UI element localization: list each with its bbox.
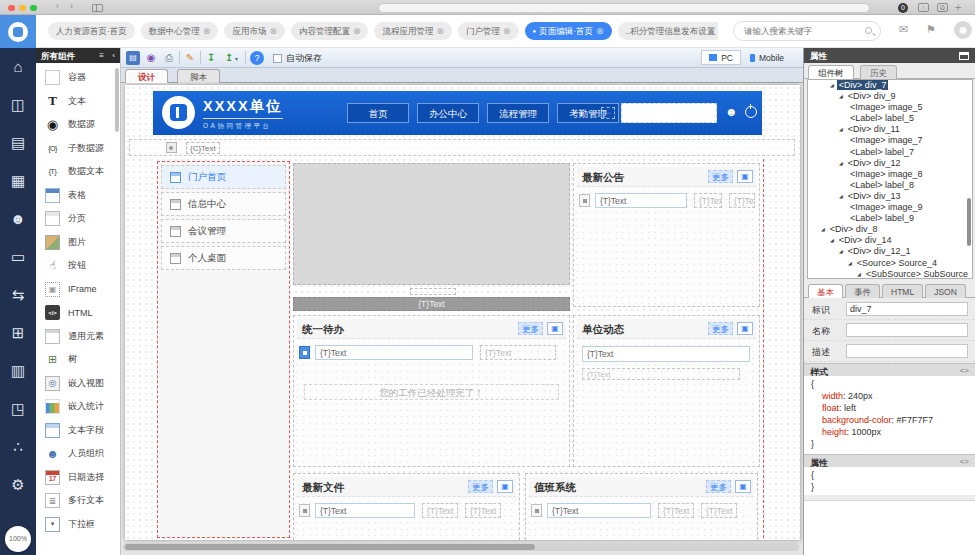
app-tab[interactable]: ●页面编辑·首页⊗ (525, 22, 612, 40)
component-item[interactable]: 文本字段 (36, 419, 116, 443)
site-search-input[interactable] (621, 103, 717, 123)
field-input[interactable] (846, 344, 968, 358)
text-placeholder[interactable]: {T}Text (701, 503, 737, 518)
tree-node[interactable]: ◢<Div> div_12_1 (808, 246, 972, 257)
component-item[interactable]: ⊞树 (36, 348, 116, 372)
banner-text-bar[interactable]: {T}Text (293, 297, 570, 311)
panel-files[interactable]: 最新文件 更多 ▣ {T}Text{T}Text{T}Text (293, 473, 520, 540)
site-nav-item[interactable]: 首页 (347, 103, 409, 123)
components-scrollbar[interactable] (115, 68, 119, 132)
maximize-window-icon[interactable] (30, 5, 37, 12)
text-placeholder[interactable]: {T}Text (465, 503, 501, 518)
search-icon[interactable] (865, 27, 872, 34)
app-tab[interactable]: 数据中心管理⊗ (141, 22, 219, 40)
panel-news[interactable]: 单位动态 更多 ▣ {T}Text {T}Text (573, 315, 760, 467)
print-icon[interactable]: ⎙ (162, 51, 176, 65)
tab-script[interactable]: 脚本 (177, 69, 220, 83)
more-button[interactable]: 更多 (708, 322, 733, 335)
user-location-nav[interactable]: ☻ (0, 200, 36, 238)
sidebar-toggle-icon[interactable] (92, 4, 103, 12)
attrs-section-header[interactable]: 属性 <> (804, 454, 975, 467)
designed-page[interactable]: XXXX单位 OA协同管理平台 首页办公中心流程管理考勤管理 ⋯ ☻ {C}Te… (125, 85, 800, 540)
tree-node[interactable]: ◢<Source> Source_4 (808, 258, 972, 269)
tab-close-icon[interactable]: ⊗ (503, 22, 511, 40)
more-button[interactable]: 更多 (518, 322, 543, 335)
global-search-input[interactable] (744, 23, 854, 39)
code-icon[interactable]: <> (960, 366, 969, 375)
app-tab[interactable]: 内容管理配置⊗ (291, 22, 369, 40)
export-dropdown-icon[interactable]: ▾ (235, 55, 238, 62)
component-item[interactable]: 17日期选择 (36, 466, 116, 490)
video-user-nav[interactable]: ◫ (0, 86, 36, 124)
image-button[interactable]: ▣ (735, 480, 751, 493)
back-icon[interactable]: ‹ (56, 1, 59, 11)
image-button[interactable]: ▣ (737, 170, 753, 183)
tree-node[interactable]: ◢<Div> div_7 (808, 80, 972, 91)
tree-node[interactable]: <Image> image_7 (808, 135, 972, 146)
component-item[interactable]: {T}数据文本 (36, 160, 116, 184)
logout-icon[interactable] (745, 106, 757, 118)
more-button[interactable]: 更多 (708, 170, 733, 183)
panel-duty[interactable]: 值班系统 更多 ▣ {T}Text{T}Text{T}Text (525, 473, 758, 540)
monitor-admin-nav[interactable]: ◳ (0, 390, 36, 428)
field-input[interactable] (846, 323, 968, 337)
text-placeholder[interactable]: {T}Text (547, 503, 651, 518)
share-icon[interactable]: ↑ (918, 3, 929, 12)
collapse-panel-icon[interactable] (959, 52, 969, 60)
site-nav-item[interactable]: 办公中心 (417, 103, 479, 123)
text-placeholder[interactable]: {T}Text (422, 503, 458, 518)
attrs-code[interactable]: {} (804, 467, 975, 495)
org-chart-nav[interactable]: ∴ (0, 428, 36, 466)
text-placeholder[interactable]: {T}Text (595, 193, 687, 208)
message-icon[interactable]: ✉ (899, 23, 908, 36)
design-tools-icon[interactable]: ✎ (183, 51, 197, 65)
component-item[interactable]: ☻人员组织 (36, 442, 116, 466)
text-placeholder[interactable]: {T}Text (315, 503, 415, 518)
component-item[interactable]: {O}子数据源 (36, 137, 116, 161)
banner-image-placeholder[interactable] (293, 163, 570, 285)
notification-icon[interactable]: ⚑ (926, 23, 936, 36)
component-item[interactable]: 图片 (36, 231, 116, 255)
new-tab-icon[interactable]: + (955, 1, 961, 13)
autosave-toggle[interactable]: 自动保存 (273, 52, 322, 65)
device-pc-button[interactable]: PC (701, 50, 741, 65)
tree-node[interactable]: ◢<Div> div_13 (808, 191, 972, 202)
tree-node[interactable]: ◢<SubSource> SubSource_4 (808, 269, 972, 279)
app-tab[interactable]: 人力资源首页·首页 (48, 22, 135, 40)
tab-close-icon[interactable]: ⊗ (203, 22, 211, 40)
device-mobile-button[interactable]: Mobile (743, 50, 791, 65)
app-logo[interactable] (0, 15, 36, 48)
app-tab[interactable]: ..积分管理信息发布设置⊗ (618, 22, 718, 40)
news-nav[interactable]: ▤ (0, 124, 36, 162)
monitor-nav[interactable]: ▭ (0, 238, 36, 276)
component-item[interactable]: ≣多行文本 (36, 489, 116, 513)
more-button[interactable]: 更多 (706, 480, 731, 493)
image-button[interactable]: ▣ (547, 322, 563, 335)
forward-icon[interactable]: › (70, 1, 73, 11)
portal-menu-item[interactable]: 信息中心 (161, 192, 286, 216)
more-button[interactable]: 更多 (468, 480, 493, 493)
announce-row[interactable]: {T}Text{T}Text{T}Text (579, 192, 755, 209)
news-text-placeholder[interactable]: {T}Text (582, 368, 740, 380)
tree-node[interactable]: ◢<Div> div_9 (808, 91, 972, 102)
app-tab[interactable]: 应用市场⊗ (224, 22, 285, 40)
tab-history[interactable]: 历史 (860, 65, 897, 79)
component-item[interactable]: T文本 (36, 90, 116, 114)
detail-tab[interactable]: 基本 (808, 284, 843, 298)
image-button[interactable]: ▣ (497, 480, 513, 493)
canvas-horizontal-scrollbar[interactable] (123, 543, 799, 551)
tree-node[interactable]: <Label> label_7 (808, 147, 972, 158)
panel-todo[interactable]: 统一待办 更多 ▣ {T}Text{T}Text 您的工作已经处理完了！ (293, 315, 570, 467)
tab-design[interactable]: 设计 (125, 69, 168, 83)
style-section-header[interactable]: 样式 <> (804, 363, 975, 376)
user-icon[interactable]: ☻ (725, 105, 738, 119)
component-item[interactable]: ◎嵌入视图 (36, 372, 116, 396)
tree-node[interactable]: ◢<Div> div_8 (808, 224, 972, 235)
shield-badge[interactable]: 0 (898, 3, 908, 13)
tree-node[interactable]: ◢<Div> div_12 (808, 158, 972, 169)
text-placeholder[interactable]: {T}Text (658, 503, 694, 518)
settings-nav[interactable]: ⚙ (0, 466, 36, 504)
app-tab[interactable]: 流程应用管理⊗ (374, 22, 452, 40)
component-item[interactable]: 容器 (36, 66, 116, 90)
portal-menu-item[interactable]: 个人桌面 (161, 246, 286, 270)
